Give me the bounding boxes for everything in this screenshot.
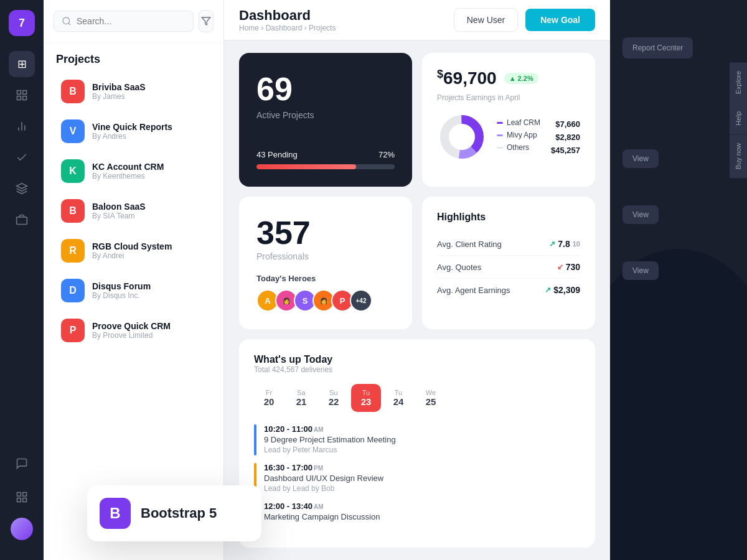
project-by: By Disqus Inc. — [92, 291, 151, 300]
sidebar-icon-dashboard[interactable] — [9, 82, 35, 108]
calendar-day[interactable]: Sa 21 — [286, 384, 316, 412]
filter-button[interactable] — [199, 10, 214, 32]
explore-tab[interactable]: Explore — [730, 62, 747, 103]
dollar-sign: $ — [437, 68, 443, 80]
active-projects-label: Active Projects — [256, 110, 395, 120]
highlight-value-2: ↗ $2,309 — [545, 285, 580, 295]
svg-point-13 — [63, 17, 70, 24]
bootstrap-title: Bootstrap 5 — [141, 505, 217, 521]
right-panel-bg — [610, 249, 747, 560]
projects-panel: Projects B Briviba SaaS By James V Vine … — [44, 0, 224, 560]
legend-item-others: Others — [497, 143, 541, 152]
day-num: 20 — [264, 396, 275, 407]
topbar: Dashboard Home › Dashboard › Projects Ne… — [224, 0, 610, 40]
sidebar-icon-chart[interactable] — [9, 113, 35, 139]
event-item: 16:30 - 17:00PM Dashboard UI/UX Design R… — [254, 463, 580, 494]
progress-bar — [256, 164, 395, 169]
active-projects-card: 69 Active Projects 43 Pending 72% — [239, 53, 412, 187]
project-logo: P — [61, 319, 85, 342]
event-item: 12:00 - 13:40AM Marketing Campaign Discu… — [254, 502, 580, 533]
project-by: By SIA Team — [92, 212, 146, 220]
project-by: By Keenthemes — [92, 172, 164, 180]
highlight-label-0: Avg. Client Rating — [437, 240, 502, 249]
right-panel: Report Cecnter Explore Help Buy now View… — [610, 0, 747, 560]
day-name: We — [426, 389, 436, 396]
new-goal-button[interactable]: New Goal — [525, 9, 595, 31]
legend-item-mivy: Mivy App — [497, 131, 541, 139]
project-info: RGB Cloud System By Andrei — [92, 241, 172, 260]
project-item[interactable]: R RGB Cloud System By Andrei — [49, 231, 218, 270]
trend-down-icon-1: ↙ — [557, 263, 563, 271]
calendar-day[interactable]: Tu 23 — [351, 384, 381, 412]
project-info: Briviba SaaS By James — [92, 82, 146, 101]
breadcrumb: Home › Dashboard › Projects — [239, 24, 336, 32]
sidebar-icon-layers[interactable] — [9, 175, 35, 202]
sidebar-icon-grid[interactable]: ⊞ — [9, 51, 35, 77]
help-tab[interactable]: Help — [730, 103, 747, 134]
sidebar-icon-check[interactable] — [9, 144, 35, 170]
buy-now-tab[interactable]: Buy now — [730, 134, 747, 178]
earnings-val-0: $7,660 — [551, 119, 580, 129]
search-input[interactable] — [77, 16, 186, 26]
event-content: 10:20 - 11:00AM 9 Degree Project Estimat… — [264, 424, 580, 454]
project-item[interactable]: V Vine Quick Reports By Andres — [49, 112, 218, 151]
bootstrap-icon: B — [100, 498, 131, 529]
heroes-section: Today's Heroes A 👩 S 👩 P +42 — [256, 274, 395, 312]
whatsup-subtitle: Total 424,567 deliveries — [254, 365, 580, 374]
project-logo: K — [61, 159, 85, 183]
day-num: 21 — [296, 396, 307, 407]
whatsup-title: What's up Today — [254, 354, 580, 365]
svg-rect-9 — [17, 493, 21, 497]
hero-more: +42 — [350, 289, 372, 312]
user-avatar[interactable] — [11, 518, 33, 540]
svg-rect-11 — [23, 498, 27, 502]
project-item[interactable]: B Briviba SaaS By James — [49, 72, 218, 111]
project-logo: V — [61, 119, 85, 143]
view-button-1[interactable]: View — [622, 149, 659, 168]
whatsup-card: What's up Today Total 424,567 deliveries… — [239, 339, 595, 548]
earnings-values: $7,660 $2,820 $45,257 — [551, 119, 580, 155]
row2: 357 Professionals Today's Heroes A 👩 S 👩… — [239, 197, 595, 329]
search-input-wrap[interactable] — [54, 11, 194, 32]
svg-rect-1 — [23, 91, 27, 95]
view-button-3[interactable]: View — [622, 261, 659, 280]
report-center-button[interactable]: Report Cecnter — [622, 37, 693, 58]
svg-rect-10 — [23, 493, 27, 497]
project-item[interactable]: D Disqus Forum By Disqus Inc. — [49, 271, 218, 310]
bootstrap-popup: B Bootstrap 5 — [87, 485, 261, 541]
event-time: 16:30 - 17:00PM — [264, 463, 580, 472]
project-item[interactable]: K KC Account CRM By Keenthemes — [49, 152, 218, 190]
project-info: Disqus Forum By Disqus Inc. — [92, 281, 151, 300]
project-item[interactable]: B Baloon SaaS By SIA Team — [49, 192, 218, 230]
sidebar-icon-grid2[interactable] — [9, 484, 35, 510]
project-name: RGB Cloud System — [92, 241, 172, 251]
earnings-legend: Leaf CRM Mivy App Others — [497, 118, 541, 156]
trend-up-icon-0: ↗ — [549, 240, 555, 248]
sidebar-icon-message[interactable] — [9, 450, 35, 477]
day-name: Fr — [266, 389, 272, 396]
calendar-day[interactable]: Su 22 — [319, 384, 349, 412]
project-name: Briviba SaaS — [92, 82, 146, 92]
progress-fill — [256, 164, 356, 169]
calendar-day[interactable]: We 25 — [416, 384, 446, 412]
project-logo: B — [61, 80, 85, 103]
project-logo: B — [61, 199, 85, 223]
donut-chart — [437, 112, 487, 162]
highlights-title: Highlights — [437, 212, 580, 223]
pending-row: 43 Pending 72% — [256, 150, 395, 159]
calendar-day[interactable]: Fr 20 — [254, 384, 284, 412]
project-by: By Proove Limited — [92, 331, 171, 340]
svg-rect-8 — [17, 217, 27, 225]
event-time: 12:00 - 13:40AM — [264, 502, 580, 511]
day-num: 25 — [426, 396, 436, 407]
sidebar: 7 ⊞ — [0, 0, 44, 560]
project-name: Vine Quick Reports — [92, 122, 172, 132]
calendar-day[interactable]: Tu 24 — [383, 384, 413, 412]
user-number-badge: 7 — [9, 10, 35, 36]
sidebar-icon-briefcase[interactable] — [9, 207, 35, 233]
new-user-button[interactable]: New User — [454, 8, 518, 32]
view-button-2[interactable]: View — [622, 205, 659, 224]
professionals-label: Professionals — [256, 251, 395, 261]
project-item[interactable]: P Proove Quick CRM By Proove Limited — [49, 311, 218, 350]
event-lead: Lead by Lead by Bob — [264, 484, 580, 493]
